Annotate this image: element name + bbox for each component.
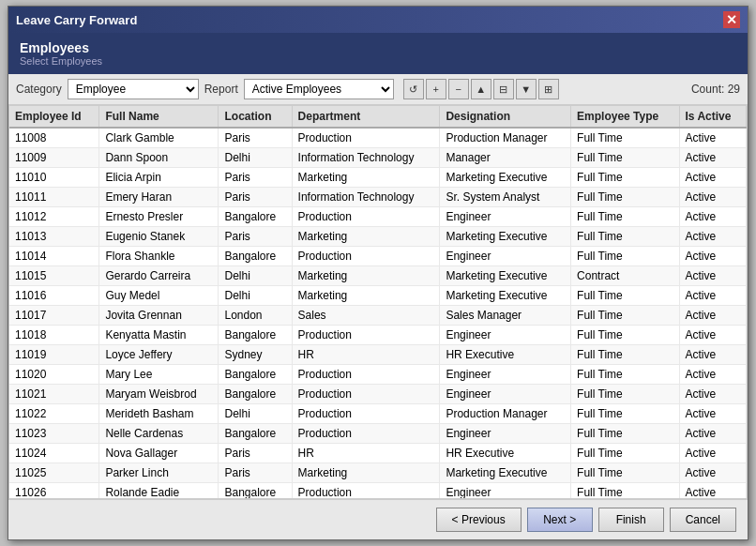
table-row[interactable]: 11010Elicia ArpinParisMarketingMarketing… [9,168,747,188]
table-row[interactable]: 11013Eugenio StanekParisMarketingMarketi… [9,227,747,247]
footer: < Previous Next > Finish Cancel [8,499,748,539]
col-employee-id: Employee Id [9,106,99,128]
close-button[interactable]: ✕ [723,11,740,28]
table-row[interactable]: 11022Merideth BashamDelhiProductionProdu… [9,404,747,424]
refresh-button[interactable]: ↺ [403,79,424,99]
finish-button[interactable]: Finish [598,508,664,532]
next-button[interactable]: Next > [527,508,593,532]
table-row[interactable]: 11018Kenyatta MastinBangaloreProductionE… [9,326,747,345]
dialog: Leave Carry Forward ✕ Employees Select E… [8,6,748,540]
table-row[interactable]: 11011Emery HaranParisInformation Technol… [9,188,747,207]
table-body: 11008Clark GambleParisProductionProducti… [9,128,747,499]
report-select[interactable]: Active Employees [244,79,394,99]
up-button[interactable]: ▲ [471,79,491,99]
table-row[interactable]: 11014Flora ShankleBangaloreProductionEng… [9,247,747,266]
category-label: Category [16,83,62,96]
header-section: Employees Select Employees [8,33,748,74]
count-label: Count: 29 [691,83,740,96]
col-designation: Designation [440,106,571,128]
table-row[interactable]: 11019Loyce JefferySydneyHRHR ExecutiveFu… [9,345,747,365]
header-title: Employees [20,40,736,55]
header-subtitle: Select Employees [20,55,736,67]
col-employee-type: Employee Type [571,106,679,128]
table-header: Employee Id Full Name Location Departmen… [9,106,747,128]
table-row[interactable]: 11015Gerardo CarreiraDelhiMarketingMarke… [9,266,747,286]
cancel-button[interactable]: Cancel [670,508,736,532]
add-button[interactable]: + [426,79,446,99]
col-is-active: Is Active [679,106,746,128]
table-row[interactable]: 11024Nova GallagerParisHRHR ExecutiveFul… [9,444,747,463]
dialog-title: Leave Carry Forward [16,13,137,27]
table-row[interactable]: 11026Rolande EadieBangaloreProductionEng… [9,483,747,500]
table-row[interactable]: 11017Jovita GrennanLondonSalesSales Mana… [9,306,747,326]
table-row[interactable]: 11008Clark GambleParisProductionProducti… [9,128,747,148]
table-row[interactable]: 11023Nelle CardenasBangaloreProductionEn… [9,424,747,444]
table-row[interactable]: 11025Parker LinchParisMarketingMarketing… [9,463,747,483]
col-department: Department [292,106,440,128]
filter-button[interactable]: ▼ [516,79,537,99]
col-location: Location [219,106,292,128]
employees-table: Employee Id Full Name Location Departmen… [9,106,747,499]
report-label: Report [204,83,238,96]
category-select[interactable]: Employee [68,79,199,99]
remove-button[interactable]: − [448,79,469,99]
table-row[interactable]: 11020Mary LeeBangaloreProductionEngineer… [9,365,747,385]
table-row[interactable]: 11009Dann SpoonDelhiInformation Technolo… [9,148,747,168]
table-row[interactable]: 11012Ernesto PreslerBangaloreProductionE… [9,207,747,227]
title-bar: Leave Carry Forward ✕ [8,7,748,33]
export-button[interactable]: ⊞ [538,79,559,99]
toolbar-buttons: ↺ + − ▲ ⊟ ▼ ⊞ [403,79,559,99]
table-row[interactable]: 11016Guy MedelDelhiMarketingMarketing Ex… [9,286,747,306]
table-container[interactable]: Employee Id Full Name Location Departmen… [8,105,748,499]
table-row[interactable]: 11021Maryam WeisbrodBangaloreProductionE… [9,385,747,404]
grid-button[interactable]: ⊟ [493,79,514,99]
col-full-name: Full Name [99,106,219,128]
toolbar: Category Employee Report Active Employee… [8,74,748,105]
previous-button[interactable]: < Previous [436,508,522,532]
